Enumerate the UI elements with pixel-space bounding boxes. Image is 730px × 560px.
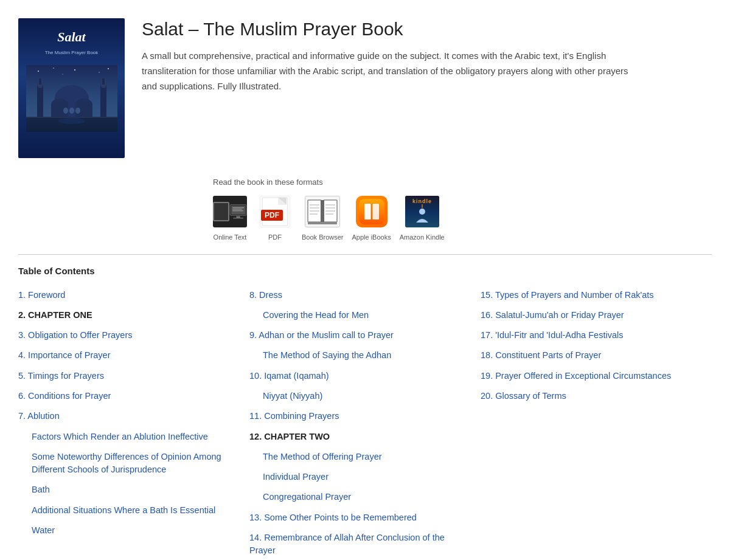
pdf-svg: PDF: [261, 196, 289, 227]
format-pdf[interactable]: PDF PDF: [257, 193, 293, 243]
list-item: Some Noteworthy Differences of Opinion A…: [18, 450, 237, 476]
svg-point-55: [419, 209, 425, 215]
toc-link-adhan[interactable]: 9. Adhan or the Muslim call to Prayer: [249, 330, 394, 340]
format-online-text[interactable]: Online Text: [212, 193, 248, 243]
toc-link-importance[interactable]: 4. Importance of Prayer: [18, 350, 111, 360]
svg-rect-48: [308, 222, 337, 224]
svg-point-1: [38, 71, 39, 72]
toc-divider: [18, 254, 712, 255]
toc-link-remembrance[interactable]: 14. Remembrance of Allah After Conclusio…: [249, 533, 445, 555]
list-item: Congregational Prayer: [249, 490, 468, 503]
list-item: 7. Ablution: [18, 409, 237, 422]
toc-link-chapter-one[interactable]: 2. CHAPTER ONE: [18, 310, 92, 320]
toc-link-foreword[interactable]: 1. Foreword: [18, 290, 65, 300]
toc-link-obligation[interactable]: 3. Obligation to Offer Prayers: [18, 330, 133, 340]
toc-link-friday[interactable]: 16. Salatul-Jumu'ah or Friday Prayer: [481, 310, 624, 320]
toc-link-exceptional[interactable]: 19. Prayer Offered in Exceptional Circum…: [481, 371, 671, 381]
toc-title: Table of Contents: [18, 264, 712, 278]
list-item: Factors Which Render an Ablution Ineffec…: [18, 430, 237, 443]
format-apple-ibooks[interactable]: Apple iBooks: [352, 193, 391, 243]
format-book-browser[interactable]: Book Browser: [302, 193, 343, 243]
list-item: 8. Dress: [249, 288, 468, 301]
ibooks-svg: [359, 199, 384, 224]
toc-link-conditions[interactable]: 6. Conditions for Prayer: [18, 391, 111, 401]
ibooks-label: Apple iBooks: [352, 232, 391, 243]
list-item: 6. Conditions for Prayer: [18, 389, 237, 402]
book-browser-icon: [305, 196, 340, 227]
book-browser-icon-wrapper: [304, 193, 341, 230]
online-text-svg: [229, 199, 247, 224]
formats-icons-container: Online Text PDF PDF: [212, 193, 445, 243]
list-item: 19. Prayer Offered in Exceptional Circum…: [481, 369, 700, 382]
toc-column-3: 15. Types of Prayers and Number of Rak'a…: [481, 288, 712, 561]
list-item: 4. Importance of Prayer: [18, 348, 237, 361]
list-item: Bath: [18, 483, 237, 496]
list-item: 1. Foreword: [18, 288, 237, 301]
toc-link-chapter-two[interactable]: 12. CHAPTER TWO: [249, 432, 330, 441]
header-section: Salat The Muslim Prayer Book: [18, 18, 712, 158]
svg-rect-51: [372, 204, 379, 220]
book-title: Salat – The Muslim Prayer Book: [142, 18, 712, 40]
cover-title: Salat: [57, 27, 85, 47]
toc-link-glossary[interactable]: 20. Glossary of Terms: [481, 391, 566, 401]
list-item: Individual Prayer: [249, 470, 468, 483]
list-item: 20. Glossary of Terms: [481, 389, 700, 402]
list-item: 15. Types of Prayers and Number of Rak'a…: [481, 288, 700, 301]
list-item: Additional Situations Where a Bath Is Es…: [18, 503, 237, 516]
toc-link-festivals[interactable]: 17. 'Idul-Fitr and 'Idul-Adha Festivals: [481, 330, 623, 340]
kindle-icon-wrapper: kindle: [404, 193, 440, 230]
toc-link-method-adhan[interactable]: The Method of Saying the Adhan: [263, 350, 391, 360]
ibooks-icon-wrapper: [353, 193, 390, 230]
toc-link-noteworthy[interactable]: Some Noteworthy Differences of Opinion A…: [32, 452, 221, 474]
toc-link-combining[interactable]: 11. Combining Prayers: [249, 411, 339, 421]
svg-rect-50: [364, 204, 371, 220]
list-item: The Method of Offering Prayer: [249, 450, 468, 463]
svg-point-5: [108, 68, 109, 69]
toc-link-types[interactable]: 15. Types of Prayers and Number of Rak'a…: [481, 290, 654, 300]
svg-point-21: [69, 108, 74, 114]
book-cover: Salat The Muslim Prayer Book: [18, 18, 125, 158]
toc-column-1: 1. Foreword 2. CHAPTER ONE 3. Obligation…: [18, 288, 249, 561]
toc-link-covering[interactable]: Covering the Head for Men: [263, 310, 369, 320]
toc-link-iqamat[interactable]: 10. Iqamat (Iqamah): [249, 371, 329, 381]
svg-rect-30: [236, 216, 240, 218]
toc-link-congregational[interactable]: Congregational Prayer: [263, 492, 351, 502]
toc-link-niyyat[interactable]: Niyyat (Niyyah): [263, 391, 322, 401]
page-container: Salat The Muslim Prayer Book: [0, 0, 730, 560]
toc-link-bath[interactable]: Bath: [32, 485, 50, 494]
toc-section: Table of Contents 1. Foreword 2. CHAPTER…: [18, 264, 712, 560]
svg-rect-29: [232, 210, 243, 211]
toc-link-ablution[interactable]: 7. Ablution: [18, 411, 60, 421]
list-item: Water: [18, 524, 237, 536]
toc-link-method-prayer[interactable]: The Method of Offering Prayer: [263, 452, 382, 461]
toc-link-other-points[interactable]: 13. Some Other Points to be Remembered: [249, 513, 417, 522]
list-item: 18. Constituent Parts of Prayer: [481, 348, 700, 361]
svg-rect-12: [39, 78, 41, 85]
svg-rect-31: [233, 218, 243, 218]
svg-text:PDF: PDF: [265, 211, 279, 220]
svg-text:kindle: kindle: [412, 198, 432, 204]
toc-link-additional[interactable]: Additional Situations Where a Bath Is Es…: [32, 505, 215, 515]
online-text-icon: [213, 196, 247, 227]
svg-rect-47: [321, 200, 324, 222]
format-amazon-kindle[interactable]: kindle Amazon Kindle: [400, 193, 445, 243]
toc-link-timings[interactable]: 5. Timings for Prayers: [18, 371, 104, 381]
toc-link-individual[interactable]: Individual Prayer: [263, 472, 328, 482]
list-item: 12. CHAPTER TWO: [249, 430, 468, 443]
svg-rect-52: [370, 204, 373, 220]
pdf-icon: PDF: [260, 196, 290, 227]
kindle-svg: kindle: [405, 196, 439, 227]
toc-column-2: 8. Dress Covering the Head for Men 9. Ad…: [249, 288, 481, 561]
toc-link-constituent[interactable]: 18. Constituent Parts of Prayer: [481, 350, 601, 360]
toc-link-water[interactable]: Water: [32, 525, 55, 535]
cover-subtitle: The Muslim Prayer Book: [45, 49, 99, 57]
svg-rect-28: [232, 209, 242, 209]
list-item: 2. CHAPTER ONE: [18, 308, 237, 321]
svg-rect-27: [232, 207, 244, 208]
svg-point-6: [62, 74, 63, 74]
list-item: Niyyat (Niyyah): [249, 389, 468, 402]
toc-link-dress[interactable]: 8. Dress: [249, 290, 282, 300]
formats-section: Read the book in these formats: [18, 176, 712, 242]
svg-point-4: [99, 72, 100, 73]
toc-link-factors[interactable]: Factors Which Render an Ablution Ineffec…: [32, 432, 208, 441]
